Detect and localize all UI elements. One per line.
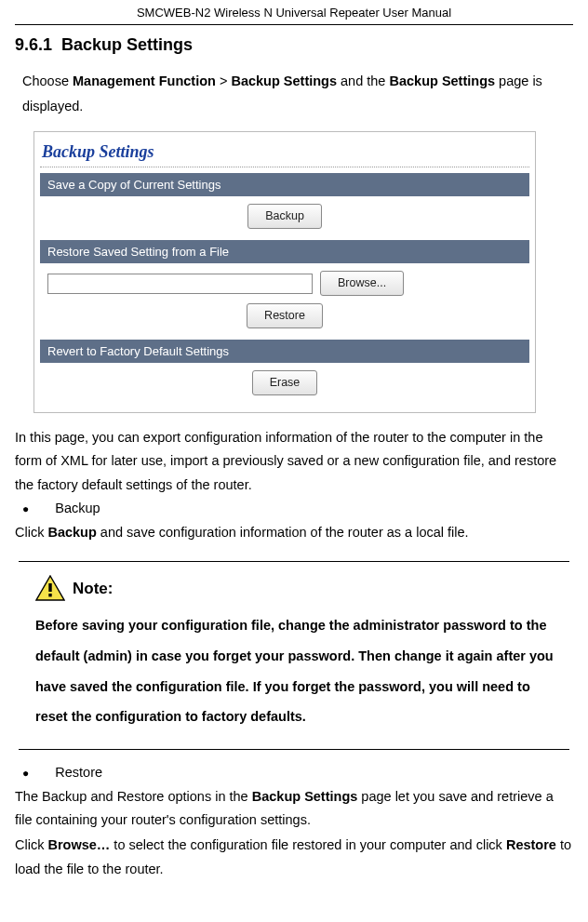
svg-rect-2 <box>48 594 51 596</box>
document-header: SMCWEB-N2 Wireless N Universal Repeater … <box>15 0 573 25</box>
note-block: Note: Before saving your configuration f… <box>15 575 573 732</box>
note-divider-bottom <box>19 749 569 750</box>
note-body: Before saving your configuration file, c… <box>35 610 564 732</box>
restore-button[interactable]: Restore <box>247 303 323 328</box>
restore-paragraph-2: Click Browse… to select the configuratio… <box>15 834 573 881</box>
note-divider-top <box>19 561 569 562</box>
backup-button[interactable]: Backup <box>247 204 322 229</box>
bullet-icon: ● <box>22 768 29 779</box>
ui-section-revert-factory: Revert to Factory Default Settings <box>40 340 529 364</box>
section-number: 9.6.1 <box>15 35 52 54</box>
bullet-restore: ● Restore <box>19 763 573 783</box>
section-title: Backup Settings <box>61 35 193 54</box>
restore-file-path-input[interactable] <box>47 274 313 294</box>
bullet-backup-label: Backup <box>55 499 100 519</box>
bullet-restore-label: Restore <box>55 763 102 783</box>
bullet-backup: ● Backup <box>19 499 573 519</box>
ui-section-restore-file: Restore Saved Setting from a File <box>40 240 529 264</box>
section-heading: 9.6.1Backup Settings <box>15 33 573 58</box>
warning-icon <box>35 575 65 601</box>
description-paragraph: In this page, you can export configurati… <box>15 426 573 497</box>
browse-button[interactable]: Browse... <box>320 271 404 296</box>
bullet-icon: ● <box>22 503 29 514</box>
intro-paragraph: Choose Management Function > Backup Sett… <box>22 69 573 120</box>
erase-button[interactable]: Erase <box>252 370 318 395</box>
restore-paragraph-1: The Backup and Restore options in the Ba… <box>15 785 573 833</box>
backup-instruction: Click Backup and save configuration info… <box>15 521 573 544</box>
svg-rect-1 <box>48 583 51 592</box>
ui-section-save-copy: Save a Copy of Current Settings <box>40 173 529 197</box>
note-label: Note: <box>73 577 113 601</box>
ui-panel-title: Backup Settings <box>40 136 529 167</box>
backup-settings-screenshot: Backup Settings Save a Copy of Current S… <box>33 131 536 414</box>
